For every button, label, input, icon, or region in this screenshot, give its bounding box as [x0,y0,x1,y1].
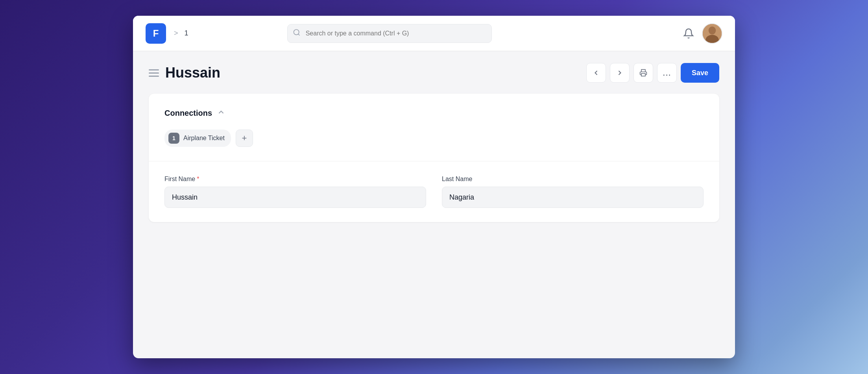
next-button[interactable] [610,63,630,83]
connections-tags: 1 Airplane Ticket + [164,130,704,147]
add-connection-icon: + [242,133,247,143]
header: F > 1 [133,16,735,51]
avatar[interactable] [702,23,722,44]
page-title-left: Hussain [149,65,220,81]
tag-label: Airplane Ticket [183,135,225,142]
page-actions: ... Save [586,63,719,83]
hamburger-line-3 [149,76,159,77]
header-actions [683,23,722,44]
breadcrumb-number: 1 [185,29,188,37]
print-button[interactable] [633,63,653,83]
last-name-group: Last Name [442,176,704,208]
more-options-label: ... [663,68,671,78]
svg-point-3 [709,26,716,34]
first-name-group: First Name * [164,176,426,208]
first-name-input[interactable] [164,187,426,208]
last-name-label: Last Name [442,176,704,183]
connections-section-header: Connections [164,108,704,118]
tag-badge: 1 [168,133,179,144]
hamburger-line-1 [149,69,159,70]
hamburger-line-2 [149,72,159,74]
breadcrumb-separator: > [174,29,178,37]
save-button[interactable]: Save [681,63,719,83]
prev-button[interactable] [586,63,606,83]
main-content: Hussain [133,51,735,358]
avatar-image [703,24,722,43]
search-input[interactable] [287,24,492,43]
search-bar [287,24,492,43]
page-title-bar: Hussain [149,63,719,83]
hamburger-menu[interactable] [149,69,159,77]
app-window: F > 1 [133,16,735,358]
airplane-ticket-tag[interactable]: 1 Airplane Ticket [164,130,231,147]
first-name-label: First Name * [164,176,426,183]
svg-rect-5 [641,74,645,76]
page-title: Hussain [165,65,220,81]
logo-button[interactable]: F [146,23,166,44]
form-row: First Name * Last Name [164,176,704,208]
logo-letter: F [153,28,159,39]
connections-title: Connections [164,109,212,118]
last-name-input[interactable] [442,187,704,208]
required-star: * [197,176,199,183]
collapse-connections-icon[interactable] [217,108,225,118]
notification-bell-button[interactable] [683,28,694,39]
section-divider [149,161,719,161]
more-options-button[interactable]: ... [657,63,677,83]
add-connection-button[interactable]: + [236,130,253,147]
main-card: Connections 1 Airplane Ticket + [149,94,719,222]
